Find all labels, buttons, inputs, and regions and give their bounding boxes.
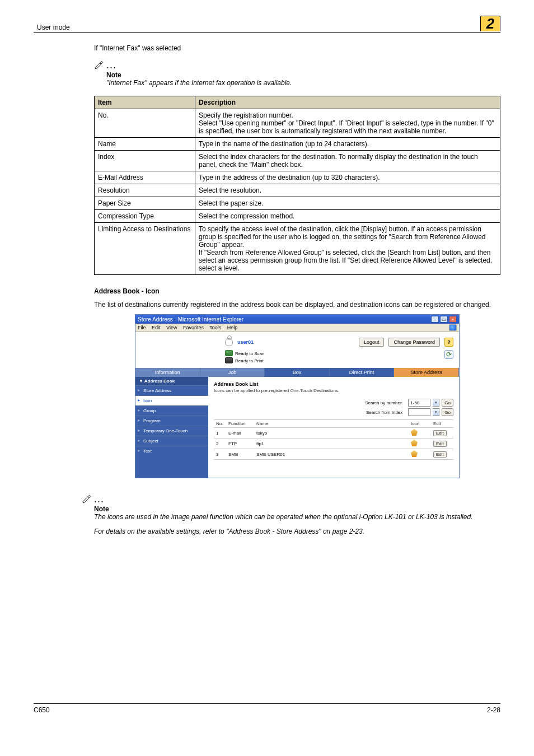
maximize-button[interactable]: ▭ [440, 316, 448, 323]
side-subject[interactable]: Subject [135, 436, 208, 446]
menu-view[interactable]: View [166, 325, 177, 330]
tab-direct-print[interactable]: Direct Print [330, 368, 395, 377]
dropdown-icon[interactable]: ▾ [433, 408, 439, 416]
note-dots: ... [94, 497, 104, 501]
dest-icon [411, 429, 418, 436]
note-text: "Internet Fax" appears if the Internet f… [106, 79, 500, 87]
change-password-button[interactable]: Change Password [388, 338, 440, 347]
note-block-1: ... Note "Internet Fax" appears if the I… [94, 60, 500, 87]
td-item: Limiting Access to Destinations [95, 223, 195, 275]
tab-box[interactable]: Box [265, 368, 330, 377]
edit-button[interactable]: Edit [433, 441, 447, 447]
pane-subtitle: Icons can be applied to pre-registered O… [214, 388, 453, 393]
note-label: Note [94, 505, 500, 513]
logout-button[interactable]: Logout [359, 338, 385, 347]
window-title: Store Address - Microsoft Internet Explo… [138, 316, 243, 323]
section-heading: Address Book - Icon [94, 287, 500, 295]
menu-help[interactable]: Help [227, 325, 238, 330]
note-label: Note [106, 71, 500, 79]
scanner-status-icon [225, 350, 233, 356]
side-program[interactable]: Program [135, 416, 208, 426]
menu-file[interactable]: File [138, 325, 146, 330]
td-desc: Specify the registration number. Select … [195, 109, 500, 138]
side-head-address-book[interactable]: ▼ Address Book [135, 377, 208, 385]
number-range-select[interactable]: 1-50 [408, 399, 430, 407]
td-item: E-Mail Address [95, 171, 195, 184]
footer-page: 2-28 [487, 706, 500, 714]
td-item: Compression Type [95, 210, 195, 223]
td-desc: Type in the address of the destination (… [195, 171, 500, 184]
status-print: Ready to Print [235, 357, 264, 365]
side-icon[interactable]: Icon [135, 395, 208, 405]
dest-icon [411, 450, 418, 457]
th-item: Item [95, 96, 195, 109]
lh-no: No. [214, 420, 226, 428]
user-icon [225, 338, 233, 346]
spec-table: Item Description No.Specify the registra… [94, 96, 500, 275]
help-icon[interactable]: ? [444, 338, 453, 347]
close-button[interactable]: × [449, 316, 457, 323]
page-footer: C650 2-28 [34, 703, 500, 714]
td-item: No. [95, 109, 195, 138]
th-desc: Description [195, 96, 500, 109]
username-label: user01 [237, 339, 254, 345]
side-text[interactable]: Text [135, 446, 208, 456]
td-desc: Select the paper size. [195, 197, 500, 210]
sidebar: ▼ Address Book Store Address Icon Group … [135, 377, 208, 478]
td-desc: Type in the name of the destination (up … [195, 138, 500, 151]
td-desc: Select the compression method. [195, 210, 500, 223]
td-desc: Select the resolution. [195, 184, 500, 197]
breadcrumb: User mode [34, 24, 70, 31]
list-row: 2 FTP ftp1 Edit [214, 438, 453, 449]
lh-edit: Edit [431, 420, 453, 428]
edit-button[interactable]: Edit [433, 430, 447, 436]
minimize-button[interactable]: – [431, 316, 439, 323]
content-pane: Address Book List Icons can be applied t… [208, 377, 459, 478]
search-from-index-label: Search from Index [366, 410, 402, 415]
go-button-number[interactable]: Go [442, 399, 453, 407]
go-button-index[interactable]: Go [442, 408, 453, 416]
td-item: Name [95, 138, 195, 151]
list-row: 3 SMB SMB-USER01 Edit [214, 449, 453, 460]
edit-button[interactable]: Edit [433, 451, 447, 458]
list-row: 1 E-mail tokyo Edit [214, 428, 453, 438]
dropdown-icon[interactable]: ▾ [433, 399, 439, 407]
td-item: Resolution [95, 184, 195, 197]
refresh-icon[interactable]: ⟳ [444, 350, 453, 359]
ie-logo-icon [449, 324, 457, 331]
lh-icon: Icon [409, 420, 431, 428]
tab-store-address[interactable]: Store Address [394, 368, 459, 377]
note-text-line2: For details on the available settings, r… [94, 528, 500, 535]
status-scan: Ready to Scan [235, 350, 264, 357]
screenshot-window: Store Address - Microsoft Internet Explo… [135, 314, 460, 478]
menu-edit[interactable]: Edit [152, 325, 161, 330]
side-temp-one-touch[interactable]: Temporary One-Touch [135, 426, 208, 436]
lh-function: Function [226, 420, 254, 428]
lh-name: Name [254, 420, 409, 428]
note-icon [82, 494, 92, 504]
intro-line: If "Internet Fax" was selected [94, 44, 500, 52]
search-by-number-label: Search by number. [365, 400, 402, 405]
window-titlebar: Store Address - Microsoft Internet Explo… [135, 315, 459, 324]
dest-icon [411, 440, 418, 446]
side-group[interactable]: Group [135, 405, 208, 416]
index-select[interactable] [408, 408, 430, 416]
note-block-2: ... Note The icons are used in the image… [82, 494, 500, 535]
chapter-badge: 2 [480, 16, 500, 31]
menu-tools[interactable]: Tools [209, 325, 221, 330]
td-item: Paper Size [95, 197, 195, 210]
printer-status-icon [225, 357, 233, 363]
note-dots: ... [106, 63, 116, 67]
td-desc: To specify the access level of the desti… [195, 223, 500, 275]
section-paragraph: The list of destinations currently regis… [94, 301, 500, 309]
note-icon [94, 60, 104, 70]
td-item: Index [95, 151, 195, 171]
td-desc: Select the index characters for the dest… [195, 151, 500, 171]
browser-menubar: File Edit View Favorites Tools Help [135, 324, 459, 332]
side-store-address[interactable]: Store Address [135, 385, 208, 395]
tab-information[interactable]: Information [135, 368, 200, 377]
menu-favorites[interactable]: Favorites [183, 325, 204, 330]
header-bar: User mode 2 [34, 16, 500, 33]
tab-job[interactable]: Job [200, 368, 265, 377]
destination-list: No. Function Name Icon Edit [214, 419, 453, 460]
